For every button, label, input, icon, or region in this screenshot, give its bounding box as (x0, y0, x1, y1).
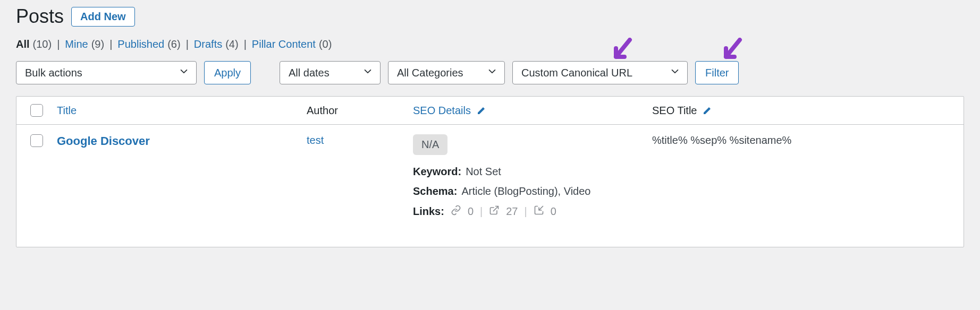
apply-button[interactable]: Apply (204, 61, 251, 84)
links-incoming-count: 0 (551, 205, 556, 218)
annotation-arrow-icon (719, 38, 743, 62)
row-checkbox[interactable] (30, 134, 43, 147)
bulk-actions-label: Bulk actions (25, 67, 82, 79)
separator: | (55, 38, 62, 50)
filter-drafts-count: (4) (225, 38, 238, 50)
header-seo-title: SEO Title (652, 105, 697, 117)
seo-score-badge: N/A (413, 134, 447, 155)
post-status-filters: All (10) | Mine (9) | Published (6) | Dr… (16, 38, 964, 50)
seo-links-row: Links: 0 | 27 | 0 (413, 205, 641, 218)
header-seo-details[interactable]: SEO Details (413, 105, 471, 117)
separator: | (184, 38, 191, 50)
schema-value: Article (BlogPosting), Video (461, 185, 590, 197)
filter-all[interactable]: All (16, 38, 30, 50)
schema-label: Schema: (413, 185, 457, 197)
toolbar: Bulk actions Apply All dates All Categor… (16, 61, 964, 84)
external-link-icon (489, 205, 500, 218)
filter-button[interactable]: Filter (695, 61, 739, 84)
filter-drafts[interactable]: Drafts (194, 38, 222, 50)
pencil-icon[interactable] (476, 105, 487, 116)
filter-mine-count: (9) (91, 38, 104, 50)
select-all-checkbox[interactable] (30, 104, 43, 117)
links-label: Links: (413, 205, 444, 218)
seo-filter-label: Custom Canonical URL (521, 67, 632, 79)
links-internal-count: 0 (468, 205, 474, 218)
categories-select[interactable]: All Categories (388, 61, 505, 84)
header-title[interactable]: Title (57, 105, 77, 117)
dates-label: All dates (289, 67, 330, 79)
separator: | (480, 205, 483, 218)
table-row: Google Discover test N/A Keyword: Not Se… (16, 125, 964, 247)
pencil-icon[interactable] (702, 105, 713, 116)
separator: | (107, 38, 114, 50)
post-title-link[interactable]: Google Discover (57, 134, 150, 148)
filter-pillar-count: (0) (319, 38, 332, 50)
filter-pillar[interactable]: Pillar Content (252, 38, 316, 50)
chevron-down-icon (670, 67, 680, 79)
chevron-down-icon (487, 67, 497, 79)
author-link[interactable]: test (307, 134, 324, 146)
seo-keyword-row: Keyword: Not Set (413, 166, 641, 178)
separator: | (524, 205, 527, 218)
incoming-link-icon (534, 205, 544, 218)
seo-schema-row: Schema: Article (BlogPosting), Video (413, 185, 641, 197)
annotation-arrow-icon (609, 38, 633, 62)
filter-mine[interactable]: Mine (65, 38, 88, 50)
chevron-down-icon (363, 67, 373, 79)
separator: | (242, 38, 249, 50)
page-title: Posts (16, 5, 64, 28)
keyword-value: Not Set (466, 166, 501, 178)
filter-published-count: (6) (167, 38, 180, 50)
keyword-label: Keyword: (413, 166, 461, 178)
links-external-count: 27 (506, 205, 518, 218)
link-icon (451, 205, 461, 218)
dates-select[interactable]: All dates (280, 61, 381, 84)
seo-filter-select[interactable]: Custom Canonical URL (512, 61, 688, 84)
categories-label: All Categories (397, 67, 463, 79)
posts-table: Title Author SEO Details SEO Title Googl… (16, 96, 964, 247)
seo-title-value: %title% %sep% %sitename% (652, 134, 791, 146)
bulk-actions-select[interactable]: Bulk actions (16, 61, 197, 84)
filter-published[interactable]: Published (117, 38, 164, 50)
add-new-button[interactable]: Add New (71, 7, 135, 27)
chevron-down-icon (179, 67, 189, 79)
filter-all-count: (10) (33, 38, 52, 50)
header-author: Author (307, 105, 338, 117)
table-header: Title Author SEO Details SEO Title (16, 97, 964, 125)
